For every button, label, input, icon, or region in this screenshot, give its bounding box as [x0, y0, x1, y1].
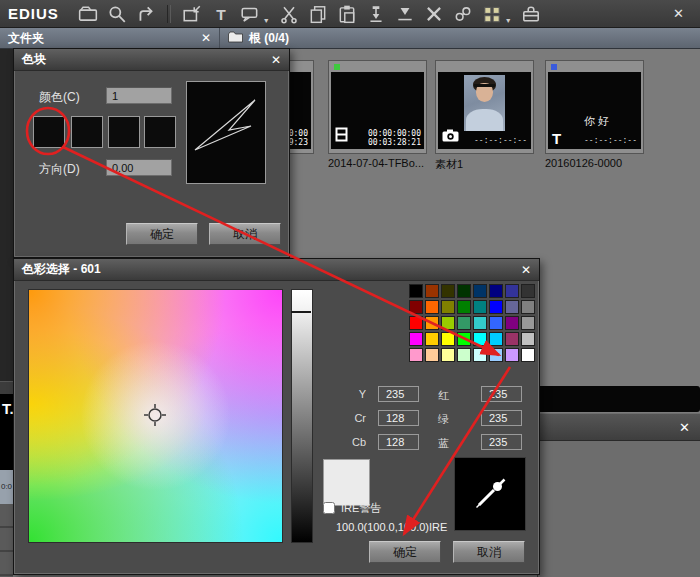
palette-swatch[interactable] — [489, 348, 503, 362]
folder-icon[interactable] — [78, 4, 98, 24]
close-icon[interactable]: ✕ — [521, 263, 531, 277]
palette-swatch[interactable] — [473, 348, 487, 362]
palette-swatch[interactable] — [489, 300, 503, 314]
ok-button[interactable]: 确定 — [369, 541, 441, 563]
chevron-down-icon[interactable]: ▼ — [263, 17, 270, 27]
clip-item[interactable]: 00:00:00:0000:03:28:21 2014-07-04-TFBo..… — [328, 60, 427, 169]
background-title-fragment: T. — [0, 394, 13, 470]
cancel-button[interactable]: 取消 — [209, 223, 281, 245]
palette-swatch[interactable] — [473, 284, 487, 298]
palette-swatch[interactable] — [409, 284, 423, 298]
palette-swatch[interactable] — [489, 332, 503, 346]
y-field[interactable] — [378, 386, 419, 402]
delete-icon[interactable] — [424, 4, 444, 24]
clip-name: 2014-07-04-TFBo... — [328, 157, 427, 169]
palette-swatch[interactable] — [457, 348, 471, 362]
clip-timecode: --:--:--:-- — [474, 136, 527, 145]
close-icon[interactable]: ✕ — [201, 31, 211, 45]
palette-swatch[interactable] — [457, 284, 471, 298]
title-icon[interactable]: T — [211, 4, 231, 24]
palette-swatch[interactable] — [521, 332, 535, 346]
palette-swatch[interactable] — [505, 332, 519, 346]
palette-swatch[interactable] — [457, 332, 471, 346]
set-in-icon[interactable] — [395, 4, 415, 24]
clip-timecode: --:--:--:-- — [584, 136, 637, 145]
close-icon[interactable]: ✕ — [679, 420, 690, 435]
palette-swatch[interactable] — [441, 348, 455, 362]
palette-swatch[interactable] — [441, 284, 455, 298]
palette-swatch[interactable] — [489, 316, 503, 330]
luminance-slider[interactable] — [291, 289, 313, 543]
palette-swatch[interactable] — [409, 332, 423, 346]
blue-label: 蓝 — [429, 436, 449, 451]
eyedropper-well[interactable] — [454, 457, 526, 531]
background-timecode-fragment: 0:0 — [0, 470, 13, 504]
svg-text:T: T — [216, 5, 226, 22]
view-grid-icon[interactable] — [482, 4, 502, 24]
palette-swatch[interactable] — [505, 348, 519, 362]
palette-swatch[interactable] — [505, 316, 519, 330]
up-level-icon[interactable] — [136, 4, 156, 24]
color-gradient-area[interactable] — [28, 289, 283, 543]
cut-icon[interactable] — [279, 4, 299, 24]
palette-swatch[interactable] — [409, 316, 423, 330]
ok-button[interactable]: 确定 — [126, 223, 198, 245]
tab-folder[interactable]: 文件夹 ✕ — [0, 28, 220, 48]
palette-swatch[interactable] — [457, 316, 471, 330]
direction-input[interactable] — [106, 159, 172, 176]
chevron-down-icon[interactable]: ▼ — [505, 17, 512, 27]
paste-icon[interactable] — [337, 4, 357, 24]
palette-swatch[interactable] — [473, 300, 487, 314]
palette-swatch[interactable] — [425, 316, 439, 330]
luminance-slider-handle[interactable] — [291, 311, 311, 313]
palette-swatch[interactable] — [521, 284, 535, 298]
clip-name: 素材1 — [435, 157, 534, 172]
dialog-titlebar: 色块 ✕ — [14, 49, 289, 71]
palette-swatch[interactable] — [473, 332, 487, 346]
palette-swatch[interactable] — [505, 284, 519, 298]
add-point-icon[interactable] — [366, 4, 386, 24]
clip-item[interactable]: 你好 T --:--:--:-- 20160126-0000 — [545, 60, 644, 169]
capture-icon[interactable] — [182, 4, 202, 24]
toolbox-icon[interactable] — [521, 4, 541, 24]
palette-swatch[interactable] — [409, 300, 423, 314]
close-icon[interactable]: ✕ — [673, 6, 692, 21]
blue-field[interactable] — [481, 434, 522, 450]
color-swatch-1[interactable] — [33, 116, 65, 148]
palette-swatch[interactable] — [473, 316, 487, 330]
color-crosshair[interactable] — [142, 402, 168, 428]
palette-swatch[interactable] — [505, 300, 519, 314]
selected-color-swatch — [323, 459, 370, 506]
comment-icon[interactable] — [240, 4, 260, 24]
copy-icon[interactable] — [308, 4, 328, 24]
match-frame-icon[interactable] — [453, 4, 473, 24]
search-icon[interactable] — [107, 4, 127, 24]
cb-field[interactable] — [378, 434, 419, 450]
palette-swatch[interactable] — [425, 348, 439, 362]
ire-warning-checkbox[interactable] — [323, 502, 335, 514]
tab-bin[interactable]: 根 (0/4) — [220, 28, 297, 48]
palette-swatch[interactable] — [425, 284, 439, 298]
palette-swatch[interactable] — [489, 284, 503, 298]
color-count-input[interactable] — [106, 87, 172, 104]
color-swatch-4[interactable] — [144, 116, 176, 148]
palette-swatch[interactable] — [441, 332, 455, 346]
palette-swatch[interactable] — [521, 300, 535, 314]
red-field[interactable] — [481, 386, 522, 402]
dialog-title: 色块 — [22, 51, 46, 68]
cr-field[interactable] — [378, 410, 419, 426]
close-icon[interactable]: ✕ — [271, 53, 281, 67]
color-swatch-2[interactable] — [71, 116, 103, 148]
color-swatch-3[interactable] — [108, 116, 140, 148]
palette-swatch[interactable] — [425, 300, 439, 314]
palette-swatch[interactable] — [425, 332, 439, 346]
palette-swatch[interactable] — [441, 316, 455, 330]
palette-swatch[interactable] — [521, 316, 535, 330]
palette-swatch[interactable] — [521, 348, 535, 362]
palette-swatch[interactable] — [457, 300, 471, 314]
palette-swatch[interactable] — [409, 348, 423, 362]
palette-swatch[interactable] — [441, 300, 455, 314]
green-field[interactable] — [481, 410, 522, 426]
clip-item[interactable]: --:--:--:-- 素材1 — [435, 60, 534, 172]
cancel-button[interactable]: 取消 — [453, 541, 525, 563]
